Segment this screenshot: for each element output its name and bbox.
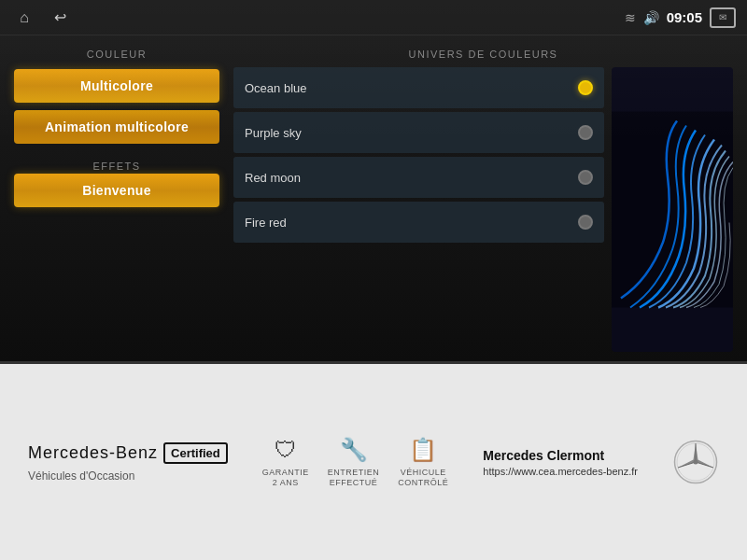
color-preview: [612, 67, 733, 352]
display-screen: ⌂ ↩ ≋ 🔊 09:05 ✉ COULEUR Multicolore Anim…: [0, 0, 747, 364]
effets-label: EFFETS: [14, 157, 219, 174]
brand-certified: Mercedes-Benz Certified: [28, 442, 228, 464]
warranty-section: 🛡 GARANTIE2 ANS 🔧 ENTRETIENEFFECTUÉ 📋 VÉ…: [262, 437, 449, 488]
mercedes-logo: [672, 439, 719, 485]
color-options-list: Ocean blue Purple sky Red moon: [233, 67, 604, 352]
guarantee-text: GARANTIE2 ANS: [262, 468, 309, 488]
svg-line-5: [696, 462, 713, 468]
back-button[interactable]: ↩: [47, 5, 73, 31]
brand-section: Mercedes-Benz Certified Véhicules d'Occa…: [28, 442, 228, 483]
home-button[interactable]: ⌂: [11, 5, 37, 31]
message-icon[interactable]: ✉: [710, 7, 736, 28]
bottom-bar: Mercedes-Benz Certified Véhicules d'Occa…: [0, 364, 747, 560]
wave-svg: [612, 67, 733, 352]
purple-sky-label: Purple sky: [245, 126, 569, 140]
dealer-name: Mercedes Clermont: [483, 448, 604, 463]
warranty-item-control: 📋 VÉHICULECONTRÔLÉ: [398, 437, 448, 488]
service-text: ENTRETIENEFFECTUÉ: [328, 468, 380, 488]
main-content: COULEUR Multicolore Animation multicolor…: [0, 35, 747, 361]
fire-red-dot: [578, 215, 593, 230]
warranty-item-service: 🔧 ENTRETIENEFFECTUÉ: [328, 437, 380, 488]
svg-line-6: [678, 462, 696, 468]
brand-name: Mercedes-Benz: [28, 443, 158, 463]
svg-point-7: [693, 460, 698, 465]
status-indicators: ≋ 🔊 09:05 ✉: [625, 7, 736, 28]
warranty-item-guarantee: 🛡 GARANTIE2 ANS: [262, 437, 309, 488]
red-moon-dot: [578, 170, 593, 185]
red-moon-label: Red moon: [245, 171, 569, 185]
certified-badge: Certified: [163, 442, 228, 464]
nav-controls: ⌂ ↩: [11, 5, 73, 31]
brand-subtitle: Véhicules d'Occasion: [28, 469, 134, 483]
ocean-blue-label: Ocean blue: [245, 81, 569, 95]
dealer-url: https://www.cea.mercedes-benz.fr: [483, 466, 638, 477]
bienvenue-button[interactable]: Bienvenue: [14, 174, 219, 207]
dealer-section: Mercedes Clermont https://www.cea.merced…: [483, 448, 638, 477]
purple-sky-option[interactable]: Purple sky: [233, 112, 604, 153]
purple-sky-dot: [578, 125, 593, 140]
ocean-blue-dot: [578, 80, 593, 95]
fire-red-option[interactable]: Fire red: [233, 202, 604, 243]
color-content-row: Ocean blue Purple sky Red moon: [233, 67, 733, 352]
wifi-icon: ≋: [625, 10, 636, 25]
wrench-icon: 🔧: [340, 437, 368, 463]
shield-icon: 🛡: [275, 437, 297, 463]
univers-label: UNIVERS DE COULEURS: [233, 45, 733, 62]
fire-red-label: Fire red: [245, 216, 569, 230]
clipboard-icon: 📋: [409, 437, 437, 463]
animation-multicolore-button[interactable]: Animation multicolore: [14, 110, 219, 144]
right-panel: UNIVERS DE COULEURS Ocean blue Purple sk…: [233, 45, 733, 352]
control-text: VÉHICULECONTRÔLÉ: [398, 468, 448, 488]
couleur-label: COULEUR: [14, 45, 219, 62]
red-moon-option[interactable]: Red moon: [233, 157, 604, 198]
ocean-blue-option[interactable]: Ocean blue: [233, 67, 604, 108]
multicolore-button[interactable]: Multicolore: [14, 69, 219, 103]
left-panel: COULEUR Multicolore Animation multicolor…: [14, 45, 219, 352]
phone-icon: 🔊: [643, 10, 659, 25]
main-container: ⌂ ↩ ≋ 🔊 09:05 ✉ COULEUR Multicolore Anim…: [0, 0, 747, 560]
clock: 09:05: [667, 9, 702, 25]
status-bar: ⌂ ↩ ≋ 🔊 09:05 ✉: [0, 0, 747, 35]
